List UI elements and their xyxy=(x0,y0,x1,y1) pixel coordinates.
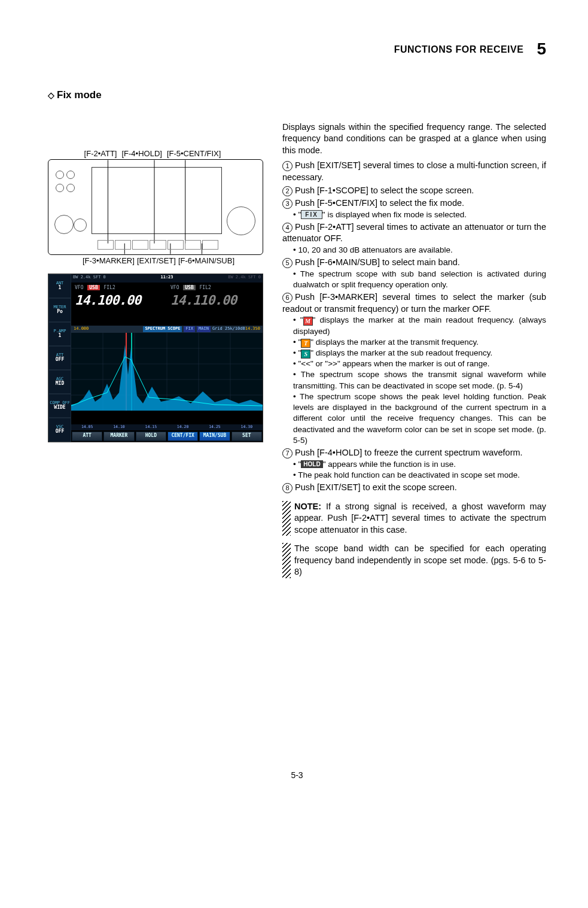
side-comp: COMP OFFWIDE xyxy=(48,394,71,418)
side-ant: ANT1 xyxy=(48,274,71,298)
note-1: NOTE: If a strong signal is received, a … xyxy=(282,501,546,536)
side-agc: AGCMID xyxy=(48,370,71,394)
page-header: FUNCTIONS FOR RECEIVE 5 xyxy=(48,36,546,59)
note-2: The scope band width can be specified fo… xyxy=(282,543,546,578)
callout-f3-marker: [F-3•MARKER] xyxy=(83,256,135,266)
callouts-bottom: [F-3•MARKER] [EXIT/SET] [F-6•MAIN/SUB] xyxy=(54,256,263,266)
hatch-icon xyxy=(282,501,291,536)
callout-exit-set: [EXIT/SET] xyxy=(137,256,176,266)
marker-t-icon: T xyxy=(301,339,310,348)
header-chapter: 5 xyxy=(537,40,546,58)
side-vsc: VSCOFF xyxy=(48,418,71,442)
lcd-softkeys: ATT MARKER HOLD CENT/FIX MAIN/SUB SET xyxy=(71,431,263,442)
side-meter: METERPo xyxy=(48,298,71,322)
diamond-icon: ◇ xyxy=(48,90,54,100)
callout-f2-att: [F-2•ATT] xyxy=(84,148,117,159)
step-8: 8Push [EXIT/SET] to exit the scope scree… xyxy=(282,482,546,494)
callout-f5-centfix: [F-5•CENT/FIX] xyxy=(167,148,221,159)
vfo-sub: VFO USB FIL2 14.110.00 xyxy=(167,283,263,326)
section-title: ◇Fix mode xyxy=(48,89,546,102)
radio-diagram: [F-2•ATT] [F-4•HOLD] [F-5•CENT/FIX] xyxy=(48,148,263,266)
page-number: 5-3 xyxy=(48,770,546,781)
callouts-top: [F-2•ATT] [F-4•HOLD] [F-5•CENT/FIX] xyxy=(42,148,263,159)
callout-f6-mainsub: [F-6•MAIN/SUB] xyxy=(178,256,234,266)
hold-badge: HOLD xyxy=(301,460,322,469)
spectrum-area xyxy=(71,333,263,411)
lcd-sidebar: ANT1 METERPo P.AMP1 ATTOFF AGCMID COMP O… xyxy=(48,274,71,442)
fix-badge: FIX xyxy=(301,210,322,220)
marker-m-icon: M xyxy=(303,317,313,326)
callout-f4-hold: [F-4•HOLD] xyxy=(121,148,162,159)
sk-marker: MARKER xyxy=(103,432,134,441)
side-pamp: P.AMP1 xyxy=(48,322,71,346)
step-6: 6Push [F-3•MARKER] several times to sele… xyxy=(282,291,546,446)
step-2: 2Push [F-1•SCOPE] to select the scope sc… xyxy=(282,185,546,197)
step-5: 5Push [F-6•MAIN/SUB] to select main band… xyxy=(282,257,546,290)
hatch-icon xyxy=(282,543,291,578)
marker-s-icon: S xyxy=(301,350,310,359)
sk-hold: HOLD xyxy=(136,432,166,441)
lcd-topbar: BW 2.4k SFT 0 11:23 BW 2.4k SFT 0 xyxy=(71,274,263,283)
vfo-main: VFO USB FIL2 14.100.00 xyxy=(71,283,167,326)
scope-header: 14.000 SPECTRUM SCOPE FIX MAIN Grid 25k/… xyxy=(71,326,263,333)
lcd-screenshot: ANT1 METERPo P.AMP1 ATTOFF AGCMID COMP O… xyxy=(48,274,263,442)
sk-centfix: CENT/FIX xyxy=(167,432,198,441)
step-3: 3Push [F-5•CENT/FIX] to select the fix m… xyxy=(282,198,546,220)
step-4: 4Push [F-2•ATT] several times to activat… xyxy=(282,221,546,256)
intro-paragraph: Displays signals within the specified fr… xyxy=(282,122,546,157)
header-section: FUNCTIONS FOR RECEIVE xyxy=(394,44,524,54)
step-1: 1Push [EXIT/SET] several times to close … xyxy=(282,160,546,183)
sk-att: ATT xyxy=(72,432,102,441)
sk-mainsub: MAIN/SUB xyxy=(199,432,230,441)
radio-outline xyxy=(48,159,263,255)
sk-set: SET xyxy=(231,432,262,441)
side-att: ATTOFF xyxy=(48,346,71,370)
body-text: Displays signals within the specified fr… xyxy=(282,122,546,578)
step-7: 7Push [F-4•HOLD] to freeze the current s… xyxy=(282,447,546,481)
